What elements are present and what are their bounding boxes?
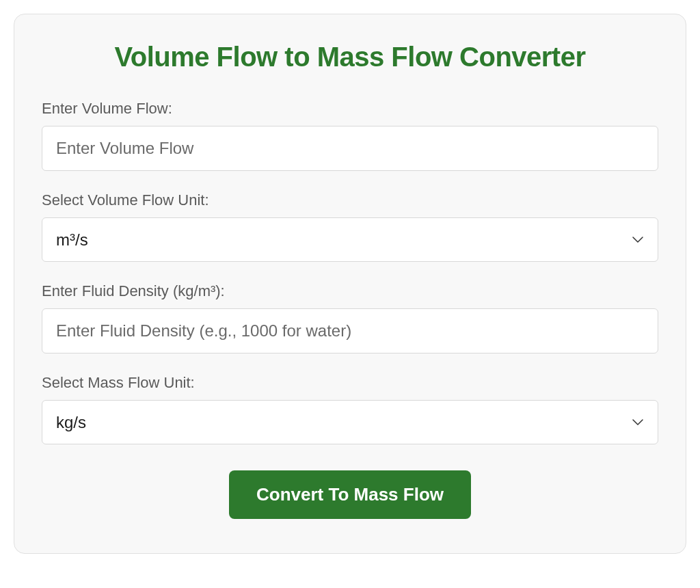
mass-flow-unit-select[interactable]: kg/s: [42, 400, 658, 444]
convert-button[interactable]: Convert To Mass Flow: [229, 470, 471, 519]
volume-flow-group: Enter Volume Flow:: [42, 100, 658, 171]
volume-flow-unit-group: Select Volume Flow Unit: m³/s: [42, 191, 658, 262]
mass-flow-unit-select-wrapper: kg/s: [42, 400, 658, 444]
volume-flow-unit-select[interactable]: m³/s: [42, 217, 658, 262]
volume-flow-input[interactable]: [42, 126, 658, 171]
fluid-density-label: Enter Fluid Density (kg/m³):: [42, 282, 658, 300]
fluid-density-group: Enter Fluid Density (kg/m³):: [42, 282, 658, 353]
page-title: Volume Flow to Mass Flow Converter: [42, 42, 658, 72]
mass-flow-unit-label: Select Mass Flow Unit:: [42, 374, 658, 392]
button-row: Convert To Mass Flow: [42, 470, 658, 519]
volume-flow-unit-label: Select Volume Flow Unit:: [42, 191, 658, 209]
converter-card: Volume Flow to Mass Flow Converter Enter…: [14, 14, 686, 554]
volume-flow-label: Enter Volume Flow:: [42, 100, 658, 118]
mass-flow-unit-group: Select Mass Flow Unit: kg/s: [42, 374, 658, 444]
fluid-density-input[interactable]: [42, 308, 658, 353]
volume-flow-unit-select-wrapper: m³/s: [42, 217, 658, 262]
